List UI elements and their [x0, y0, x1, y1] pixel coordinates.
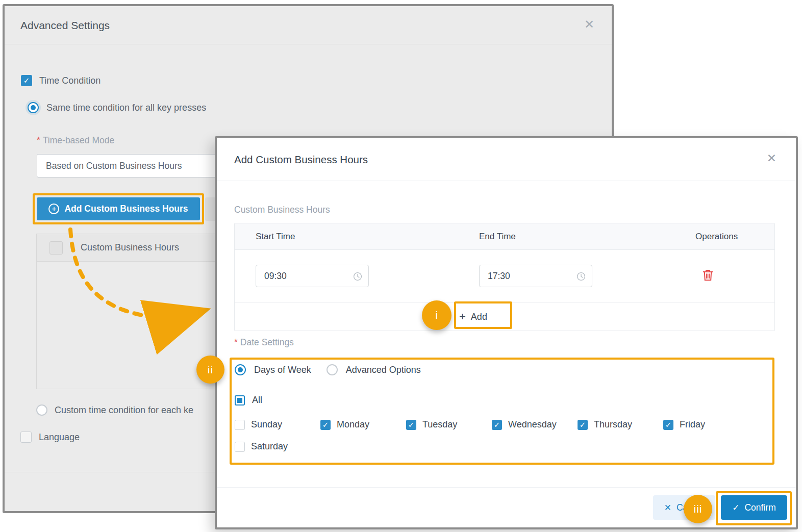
- section-label: Custom Business Hours: [234, 205, 330, 215]
- add-time-range-button[interactable]: + Add: [459, 302, 487, 331]
- day-checkbox-monday[interactable]: Monday: [320, 419, 406, 430]
- start-time-input[interactable]: [256, 265, 369, 287]
- day-checkbox-thursday[interactable]: Thursday: [578, 419, 663, 430]
- clock-icon: [577, 272, 586, 281]
- checkbox-indeterminate-icon[interactable]: [235, 395, 245, 406]
- checkbox-unchecked-icon[interactable]: [20, 432, 32, 443]
- end-time-input[interactable]: [479, 265, 592, 287]
- time-condition-checkbox-row[interactable]: Time Condition: [21, 75, 101, 86]
- confirm-button[interactable]: ✓ Confirm: [721, 495, 787, 520]
- table-row: [235, 250, 774, 302]
- column-operations: Operations: [674, 232, 774, 242]
- add-custom-business-hours-dialog: Add Custom Business Hours ✕ Custom Busin…: [215, 136, 798, 529]
- custom-time-radio-row[interactable]: Custom time condition for each ke: [36, 404, 193, 416]
- same-time-radio-label: Same time condition for all key presses: [46, 103, 206, 113]
- column-end-time: End Time: [458, 232, 674, 242]
- x-icon: ✕: [664, 503, 671, 512]
- add-custom-business-hours-button[interactable]: + Add Custom Business Hours: [37, 197, 200, 220]
- required-asterisk: *: [37, 135, 40, 145]
- time-condition-label: Time Condition: [39, 75, 101, 86]
- checkbox-checked-icon[interactable]: [320, 420, 331, 430]
- custom-time-radio-label: Custom time condition for each ke: [55, 405, 193, 416]
- close-icon[interactable]: ✕: [584, 17, 594, 32]
- advanced-options-radio[interactable]: Advanced Options: [327, 364, 421, 375]
- start-time-value[interactable]: [256, 271, 343, 282]
- radio-selected-icon[interactable]: [235, 364, 246, 375]
- time-based-mode-value: Based on Custom Business Hours: [46, 161, 182, 171]
- all-days-checkbox-row[interactable]: All: [235, 395, 262, 406]
- select-all-checkbox[interactable]: [49, 241, 63, 255]
- confirm-label: Confirm: [744, 502, 775, 513]
- add-label: Add: [471, 312, 487, 322]
- dialog-title: Advanced Settings: [20, 6, 110, 45]
- day-checkbox-sunday[interactable]: Sunday: [235, 419, 320, 430]
- plus-circle-icon: +: [48, 204, 59, 214]
- checkbox-unchecked-icon[interactable]: [235, 420, 245, 430]
- checkbox-checked-icon[interactable]: [406, 420, 416, 430]
- days-row-1: Sunday Monday Tuesday Wednesday Thursday…: [235, 419, 749, 430]
- cancel-label: Cancel: [676, 502, 704, 513]
- add-button-label: Add Custom Business Hours: [64, 204, 188, 214]
- end-time-value[interactable]: [480, 271, 566, 282]
- checkbox-checked-icon[interactable]: [492, 420, 502, 430]
- clock-icon: [353, 272, 362, 281]
- table-header-label: Custom Business Hours: [81, 242, 179, 253]
- close-icon[interactable]: ✕: [767, 151, 776, 165]
- language-checkbox-row[interactable]: Language: [20, 432, 80, 443]
- same-time-radio-row[interactable]: Same time condition for all key presses: [28, 102, 206, 113]
- dialog-title: Add Custom Business Hours: [234, 138, 368, 181]
- date-settings-label: *Date Settings: [234, 337, 294, 348]
- business-hours-table: Start Time End Time Operations: [234, 223, 775, 331]
- language-label: Language: [39, 432, 80, 443]
- plus-icon: +: [459, 310, 466, 323]
- days-of-week-radio[interactable]: Days of Week: [235, 364, 311, 375]
- day-checkbox-friday[interactable]: Friday: [663, 419, 749, 430]
- table-header-row: Start Time End Time Operations: [235, 223, 774, 250]
- checkbox-checked-icon[interactable]: [663, 420, 673, 430]
- day-checkbox-wednesday[interactable]: Wednesday: [492, 419, 578, 430]
- trash-icon: [703, 269, 713, 281]
- radio-unselected-icon[interactable]: [36, 404, 47, 416]
- footer-divider: [217, 487, 796, 488]
- delete-row-button[interactable]: [703, 269, 713, 283]
- checkbox-checked-icon[interactable]: [21, 75, 32, 86]
- day-checkbox-tuesday[interactable]: Tuesday: [406, 419, 492, 430]
- header-divider: [5, 44, 612, 44]
- cancel-button[interactable]: ✕ Cancel: [653, 495, 715, 520]
- table-add-row: + Add: [235, 302, 774, 331]
- checkbox-unchecked-icon[interactable]: [235, 442, 245, 452]
- days-row-2: Saturday: [235, 441, 320, 452]
- date-mode-radio-group: Days of Week Advanced Options: [235, 364, 421, 375]
- required-asterisk: *: [234, 337, 238, 347]
- days-of-week-label: Days of Week: [254, 365, 311, 375]
- check-icon: ✓: [732, 503, 739, 512]
- radio-selected-icon[interactable]: [28, 102, 39, 113]
- advanced-options-label: Advanced Options: [346, 365, 421, 375]
- header-divider: [217, 181, 796, 181]
- all-label: All: [252, 395, 262, 406]
- day-checkbox-saturday[interactable]: Saturday: [235, 441, 320, 452]
- checkbox-checked-icon[interactable]: [578, 420, 588, 430]
- radio-unselected-icon[interactable]: [327, 364, 338, 375]
- column-start-time: Start Time: [235, 232, 458, 242]
- time-based-mode-label: *Time-based Mode: [37, 135, 114, 146]
